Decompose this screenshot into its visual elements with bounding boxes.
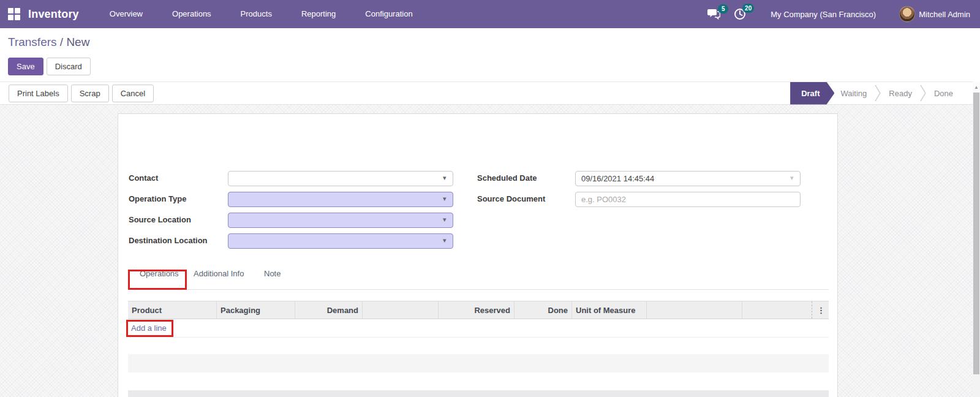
status-step-waiting[interactable]: Waiting bbox=[834, 89, 873, 98]
control-panel: Transfers / New Save Discard bbox=[0, 28, 980, 81]
source-document-field[interactable] bbox=[575, 192, 801, 207]
page-scrollbar[interactable]: ▲ bbox=[973, 81, 980, 397]
save-button[interactable]: Save bbox=[8, 58, 43, 75]
contact-field[interactable] bbox=[228, 171, 453, 186]
add-a-line-highlight-box bbox=[126, 320, 173, 337]
column-header-packaging[interactable]: Packaging bbox=[216, 301, 295, 319]
messages-count-badge: 5 bbox=[718, 4, 728, 13]
source-document-label: Source Document bbox=[477, 194, 545, 203]
discard-button[interactable]: Discard bbox=[47, 58, 91, 75]
apps-grid-square bbox=[8, 15, 13, 20]
nav-item-configuration[interactable]: Configuration bbox=[350, 0, 427, 28]
optional-columns-cell: ⋮ bbox=[812, 301, 829, 319]
company-switcher[interactable]: My Company (San Francisco) bbox=[771, 10, 876, 19]
status-step-ready[interactable]: Ready bbox=[883, 89, 918, 98]
operation-type-label: Operation Type bbox=[129, 194, 186, 203]
column-header-reserved[interactable]: Reserved bbox=[438, 301, 514, 319]
toolbar-buttons: Print Labels Scrap Cancel bbox=[9, 85, 154, 102]
activities-menu[interactable]: 20 bbox=[734, 8, 746, 20]
messages-menu[interactable]: 5 bbox=[707, 9, 720, 20]
cancel-button[interactable]: Cancel bbox=[112, 85, 154, 102]
chevron-separator-icon bbox=[874, 83, 881, 104]
destination-location-label: Destination Location bbox=[129, 236, 208, 245]
optional-columns-toggle-icon[interactable]: ⋮ bbox=[816, 306, 825, 315]
app-name[interactable]: Inventory bbox=[28, 8, 79, 21]
column-header-empty bbox=[742, 301, 812, 319]
user-menu[interactable]: Mitchell Admin bbox=[919, 10, 970, 19]
record-actions: Save Discard bbox=[8, 58, 91, 75]
source-location-label: Source Location bbox=[129, 215, 191, 224]
nav-item-overview[interactable]: Overview bbox=[95, 0, 157, 28]
print-labels-button[interactable]: Print Labels bbox=[9, 85, 68, 102]
destination-location-field[interactable] bbox=[228, 233, 453, 249]
nav-item-operations[interactable]: Operations bbox=[157, 0, 226, 28]
column-header-unit-of-measure[interactable]: Unit of Measure bbox=[571, 301, 646, 319]
source-location-field[interactable] bbox=[228, 213, 453, 228]
scrollbar-up-icon[interactable]: ▲ bbox=[973, 81, 980, 93]
status-step-done[interactable]: Done bbox=[928, 89, 959, 98]
scheduled-date-label: Scheduled Date bbox=[477, 173, 537, 183]
column-header-empty bbox=[646, 301, 742, 319]
tabs-underline bbox=[128, 289, 829, 290]
form-toolbar: Print Labels Scrap Cancel Draft Waiting … bbox=[0, 81, 980, 105]
tab-note[interactable]: Note bbox=[264, 269, 281, 278]
add-line-row: Add a line bbox=[128, 319, 829, 338]
odoo-inventory-transfer-new-page: Inventory Overview Operations Products R… bbox=[0, 0, 980, 397]
operation-type-field[interactable] bbox=[228, 192, 453, 207]
operations-lines-table: Product Packaging Demand Reserved Done U… bbox=[128, 301, 829, 338]
top-navbar: Inventory Overview Operations Products R… bbox=[0, 0, 980, 28]
apps-grid-square bbox=[8, 8, 13, 13]
column-header-done[interactable]: Done bbox=[514, 301, 571, 319]
scheduled-date-field[interactable] bbox=[575, 171, 801, 186]
activities-count-badge: 20 bbox=[742, 4, 754, 13]
user-avatar[interactable] bbox=[899, 6, 915, 22]
column-header-product[interactable]: Product bbox=[128, 301, 216, 319]
status-step-draft[interactable]: Draft bbox=[790, 82, 834, 105]
nav-item-reporting[interactable]: Reporting bbox=[287, 0, 350, 28]
contact-label: Contact bbox=[129, 173, 158, 183]
column-header-demand[interactable]: Demand bbox=[295, 301, 362, 319]
apps-menu-icon[interactable] bbox=[8, 8, 20, 20]
breadcrumb-separator: / bbox=[57, 36, 67, 48]
chevron-separator-icon bbox=[919, 83, 927, 104]
apps-grid-square bbox=[15, 15, 20, 20]
form-sheet: Contact ▾ Operation Type ▾ Source Locati… bbox=[118, 113, 838, 397]
tab-additional-info[interactable]: Additional Info bbox=[194, 269, 244, 278]
section-divider-band bbox=[128, 390, 829, 397]
column-header-empty bbox=[362, 301, 438, 319]
operations-tab-highlight-box bbox=[128, 270, 187, 290]
scrollbar-thumb[interactable] bbox=[973, 93, 979, 374]
statusbar: Draft Waiting Ready Done bbox=[790, 82, 959, 105]
nav-right: 5 20 My Company (San Francisco) Mitchell… bbox=[707, 6, 980, 22]
scrap-button[interactable]: Scrap bbox=[71, 85, 109, 102]
nav-item-products[interactable]: Products bbox=[226, 0, 287, 28]
breadcrumb-transfers-link[interactable]: Transfers bbox=[8, 36, 57, 48]
nav-menu: Overview Operations Products Reporting C… bbox=[95, 0, 428, 28]
empty-row-band bbox=[128, 354, 829, 372]
breadcrumb-current: New bbox=[66, 36, 89, 48]
breadcrumb: Transfers / New bbox=[8, 36, 89, 49]
apps-grid-square bbox=[15, 8, 20, 13]
table-header-row: Product Packaging Demand Reserved Done U… bbox=[128, 301, 829, 319]
